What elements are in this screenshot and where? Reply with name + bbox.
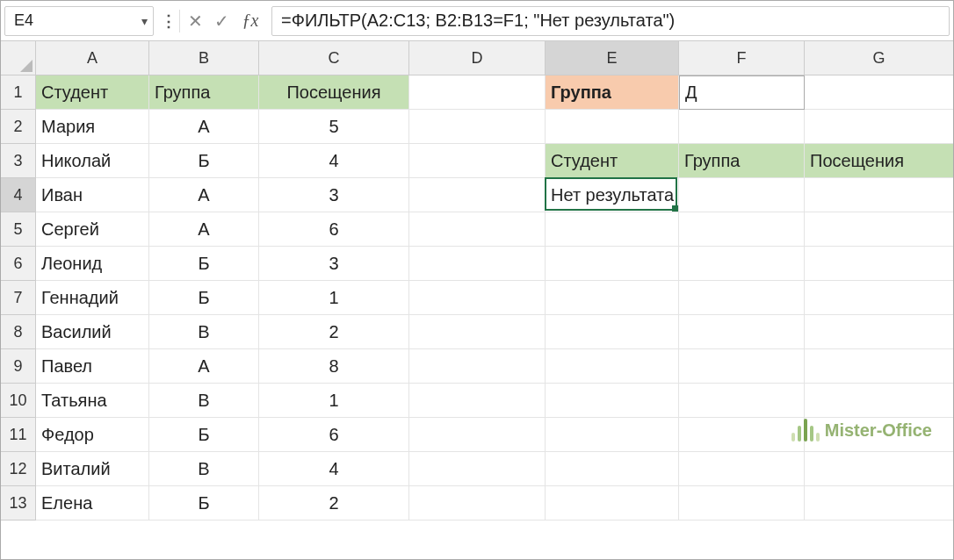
row-header-13[interactable]: 13 [1, 486, 36, 521]
cell-D5[interactable] [409, 212, 546, 247]
cell-D1[interactable] [409, 75, 546, 110]
cell-E4[interactable]: Нет результата [546, 178, 679, 212]
cell-G5[interactable] [805, 212, 954, 247]
cell-D7[interactable] [409, 281, 546, 315]
cell-F10[interactable] [679, 384, 805, 418]
cell-F2[interactable] [679, 110, 805, 144]
cell-F9[interactable] [679, 349, 805, 384]
row-header-10[interactable]: 10 [1, 384, 36, 418]
cell-C13[interactable]: 2 [259, 486, 409, 521]
cell-B3[interactable]: Б [149, 144, 259, 178]
cell-D13[interactable] [409, 486, 546, 521]
cell-D12[interactable] [409, 452, 546, 486]
cell-A2[interactable]: Мария [36, 110, 149, 144]
cell-A10[interactable]: Татьяна [36, 384, 149, 418]
row-header-1[interactable]: 1 [1, 75, 36, 110]
cell-G10[interactable] [805, 384, 954, 418]
cell-G2[interactable] [805, 110, 954, 144]
cell-E11[interactable] [546, 418, 679, 452]
cell-B9[interactable]: А [149, 349, 259, 384]
cell-B8[interactable]: В [149, 315, 259, 349]
cell-B7[interactable]: Б [149, 281, 259, 315]
cell-C10[interactable]: 1 [259, 384, 409, 418]
cell-D3[interactable] [409, 144, 546, 178]
cell-E2[interactable] [546, 110, 679, 144]
cell-C5[interactable]: 6 [259, 212, 409, 247]
col-header-A[interactable]: A [36, 41, 149, 75]
cell-E9[interactable] [546, 349, 679, 384]
cell-B12[interactable]: В [149, 452, 259, 486]
cell-B2[interactable]: А [149, 110, 259, 144]
cell-D9[interactable] [409, 349, 546, 384]
cell-F5[interactable] [679, 212, 805, 247]
cell-E13[interactable] [546, 486, 679, 521]
cell-C7[interactable]: 1 [259, 281, 409, 315]
col-header-C[interactable]: C [259, 41, 409, 75]
cell-D8[interactable] [409, 315, 546, 349]
cell-D2[interactable] [409, 110, 546, 144]
cell-B11[interactable]: Б [149, 418, 259, 452]
row-header-3[interactable]: 3 [1, 144, 36, 178]
cell-E8[interactable] [546, 315, 679, 349]
col-header-F[interactable]: F [679, 41, 805, 75]
cell-A13[interactable]: Елена [36, 486, 149, 521]
cell-G9[interactable] [805, 349, 954, 384]
cell-C12[interactable]: 4 [259, 452, 409, 486]
row-header-11[interactable]: 11 [1, 418, 36, 452]
cell-E1[interactable]: Группа [546, 75, 679, 110]
cell-C6[interactable]: 3 [259, 247, 409, 281]
cell-A7[interactable]: Геннадий [36, 281, 149, 315]
cell-E10[interactable] [546, 384, 679, 418]
cell-F7[interactable] [679, 281, 805, 315]
row-header-9[interactable]: 9 [1, 349, 36, 384]
cell-F4[interactable] [679, 178, 805, 212]
cell-C3[interactable]: 4 [259, 144, 409, 178]
cell-D6[interactable] [409, 247, 546, 281]
name-box[interactable]: E4 ▾ [4, 6, 154, 36]
cell-D4[interactable] [409, 178, 546, 212]
cell-F3[interactable]: Группа [679, 144, 805, 178]
cell-G13[interactable] [805, 486, 954, 521]
cell-E7[interactable] [546, 281, 679, 315]
cell-G7[interactable] [805, 281, 954, 315]
row-header-8[interactable]: 8 [1, 315, 36, 349]
cell-D11[interactable] [409, 418, 546, 452]
cell-C1[interactable]: Посещения [259, 75, 409, 110]
cell-B1[interactable]: Группа [149, 75, 259, 110]
row-header-2[interactable]: 2 [1, 110, 36, 144]
cell-F13[interactable] [679, 486, 805, 521]
cell-F6[interactable] [679, 247, 805, 281]
chevron-down-icon[interactable]: ▾ [141, 14, 148, 28]
cell-A12[interactable]: Виталий [36, 452, 149, 486]
cell-E3[interactable]: Студент [546, 144, 679, 178]
cell-F1[interactable]: Д [679, 75, 805, 110]
cell-F12[interactable] [679, 452, 805, 486]
cell-G6[interactable] [805, 247, 954, 281]
cell-A5[interactable]: Сергей [36, 212, 149, 247]
cell-E6[interactable] [546, 247, 679, 281]
cell-C11[interactable]: 6 [259, 418, 409, 452]
col-header-G[interactable]: G [805, 41, 954, 75]
row-header-7[interactable]: 7 [1, 281, 36, 315]
cell-F11[interactable] [679, 418, 805, 452]
cell-A9[interactable]: Павел [36, 349, 149, 384]
cancel-icon[interactable]: ✕ [182, 8, 208, 34]
formula-input[interactable]: =ФИЛЬТР(A2:C13; B2:B13=F1; "Нет результа… [271, 6, 950, 36]
fx-icon[interactable]: ƒx [235, 11, 266, 31]
cell-E5[interactable] [546, 212, 679, 247]
cell-G1[interactable] [805, 75, 954, 110]
row-header-5[interactable]: 5 [1, 212, 36, 247]
row-header-4[interactable]: 4 [1, 178, 36, 212]
cell-A6[interactable]: Леонид [36, 247, 149, 281]
row-header-12[interactable]: 12 [1, 452, 36, 486]
cell-C4[interactable]: 3 [259, 178, 409, 212]
cell-B13[interactable]: Б [149, 486, 259, 521]
cell-F8[interactable] [679, 315, 805, 349]
enter-icon[interactable]: ✓ [208, 8, 235, 34]
cell-A4[interactable]: Иван [36, 178, 149, 212]
cell-C9[interactable]: 8 [259, 349, 409, 384]
cell-B10[interactable]: В [149, 384, 259, 418]
cell-A8[interactable]: Василий [36, 315, 149, 349]
cell-A1[interactable]: Студент [36, 75, 149, 110]
cell-G12[interactable] [805, 452, 954, 486]
